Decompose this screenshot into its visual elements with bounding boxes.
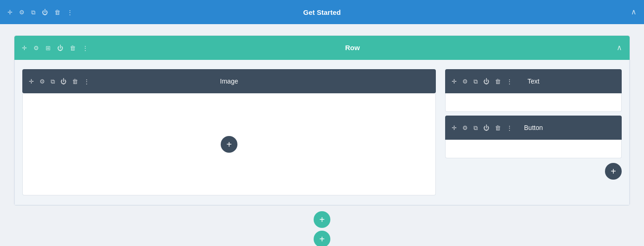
button-more-icon[interactable]: ⋮ [506, 125, 513, 131]
text-content-area [445, 93, 622, 112]
row-left-icons: ✛ ⚙ ⊞ ⏻ 🗑 ⋮ [22, 45, 88, 51]
row-bar-center: Row [88, 44, 617, 52]
section-collapse-icon[interactable]: ∧ [631, 8, 637, 16]
bottom-add-button-2[interactable]: + [314, 231, 330, 246]
row-columns-icon[interactable]: ⊞ [46, 45, 51, 51]
image-widget-title: Image [220, 78, 238, 85]
section-power-icon[interactable]: ⏻ [42, 9, 48, 15]
image-power-icon[interactable]: ⏻ [60, 78, 66, 84]
section-delete-icon[interactable]: 🗑 [54, 9, 60, 15]
text-widget-title: Text [527, 78, 539, 85]
image-widget-bar: ✛ ⚙ ⧉ ⏻ 🗑 ⋮ Image [22, 69, 436, 93]
row-power-icon[interactable]: ⏻ [57, 45, 63, 51]
left-column: ✛ ⚙ ⧉ ⏻ 🗑 ⋮ Image + [22, 69, 436, 195]
image-more-icon[interactable]: ⋮ [84, 78, 90, 84]
row-bar: ✛ ⚙ ⊞ ⏻ 🗑 ⋮ Row ∧ [14, 36, 630, 60]
image-content-area: + [22, 93, 436, 195]
row-settings-icon[interactable]: ⚙ [33, 45, 39, 51]
button-move-icon[interactable]: ✛ [452, 125, 457, 131]
right-add-btn-area: + [445, 163, 622, 180]
bottom-add-button-1[interactable]: + [314, 211, 330, 228]
text-duplicate-icon[interactable]: ⧉ [473, 78, 478, 84]
section-move-icon[interactable]: ✛ [7, 9, 13, 15]
bottom-add-area: + + [14, 206, 630, 246]
section-header: ✛ ⚙ ⧉ ⏻ 🗑 ⋮ Get Started ∧ [0, 0, 644, 24]
row-title: Row [345, 44, 360, 52]
text-power-icon[interactable]: ⏻ [483, 78, 489, 84]
row-move-icon[interactable]: ✛ [22, 45, 27, 51]
text-delete-icon[interactable]: 🗑 [495, 78, 501, 84]
section-header-right: ∧ [631, 8, 637, 16]
button-widget: ✛ ⚙ ⧉ ⏻ 🗑 ⋮ Button [445, 116, 622, 158]
button-widget-title: Button [524, 124, 543, 131]
main-content: ✛ ⚙ ⊞ ⏻ 🗑 ⋮ Row ∧ ✛ ⚙ [0, 24, 644, 246]
right-column: ✛ ⚙ ⧉ ⏻ 🗑 ⋮ Text [445, 69, 622, 195]
text-widget-bar: ✛ ⚙ ⧉ ⏻ 🗑 ⋮ Text [445, 69, 622, 93]
section-header-left-icons: ✛ ⚙ ⧉ ⏻ 🗑 ⋮ [7, 9, 73, 15]
image-move-icon[interactable]: ✛ [29, 78, 34, 84]
section-title: Get Started [303, 8, 341, 16]
row-delete-icon[interactable]: 🗑 [70, 45, 76, 51]
button-settings-icon[interactable]: ⚙ [462, 125, 468, 131]
image-add-button[interactable]: + [221, 136, 237, 153]
button-delete-icon[interactable]: 🗑 [495, 125, 501, 131]
text-widget: ✛ ⚙ ⧉ ⏻ 🗑 ⋮ Text [445, 69, 622, 112]
image-delete-icon[interactable]: 🗑 [72, 78, 78, 84]
image-duplicate-icon[interactable]: ⧉ [51, 78, 55, 84]
columns-area: ✛ ⚙ ⧉ ⏻ 🗑 ⋮ Image + [14, 60, 630, 205]
section-settings-icon[interactable]: ⚙ [19, 9, 25, 15]
row-right-icons: ∧ [617, 44, 622, 52]
row-collapse-icon[interactable]: ∧ [617, 44, 622, 52]
button-widget-bar: ✛ ⚙ ⧉ ⏻ 🗑 ⋮ Button [445, 116, 622, 140]
section-more-icon[interactable]: ⋮ [67, 9, 73, 15]
section-duplicate-icon[interactable]: ⧉ [31, 9, 35, 15]
right-add-button[interactable]: + [605, 163, 622, 180]
button-widget-icons: ✛ ⚙ ⧉ ⏻ 🗑 ⋮ [452, 125, 513, 131]
row-container: ✛ ⚙ ⊞ ⏻ 🗑 ⋮ Row ∧ ✛ ⚙ [14, 35, 630, 206]
text-settings-icon[interactable]: ⚙ [462, 78, 468, 84]
image-settings-icon[interactable]: ⚙ [39, 78, 45, 84]
button-power-icon[interactable]: ⏻ [483, 125, 489, 131]
text-move-icon[interactable]: ✛ [452, 78, 457, 84]
text-widget-icons: ✛ ⚙ ⧉ ⏻ 🗑 ⋮ [452, 78, 513, 84]
button-duplicate-icon[interactable]: ⧉ [473, 125, 478, 131]
image-widget-icons: ✛ ⚙ ⧉ ⏻ 🗑 ⋮ [29, 78, 90, 84]
button-content-area [445, 140, 622, 158]
row-more-icon[interactable]: ⋮ [82, 45, 88, 51]
text-more-icon[interactable]: ⋮ [506, 78, 513, 84]
